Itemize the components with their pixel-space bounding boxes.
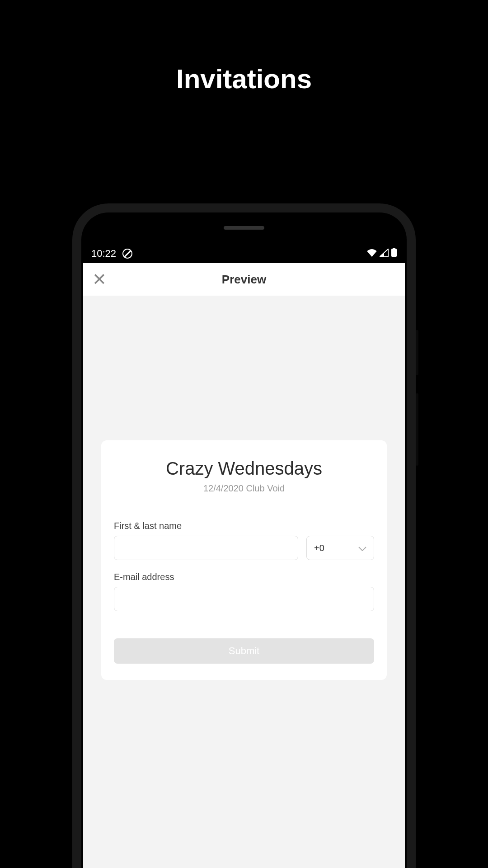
name-label: First & last name [114, 521, 374, 531]
cell-signal-icon [380, 248, 389, 259]
svg-rect-1 [393, 248, 395, 249]
content-area: Crazy Wednesdays 12/4/2020 Club Void Fir… [83, 296, 405, 868]
phone-screen: 10:22 ✕ Preview [83, 244, 405, 868]
name-input[interactable] [114, 536, 298, 560]
phone-side-button [416, 330, 418, 375]
battery-icon [391, 248, 397, 259]
phone-inner: 10:22 ✕ Preview [81, 212, 407, 868]
invitation-card: Crazy Wednesdays 12/4/2020 Club Void Fir… [101, 440, 387, 680]
status-time: 10:22 [91, 248, 116, 259]
page-title: Invitations [0, 0, 488, 94]
do-not-disturb-icon [122, 249, 132, 259]
phone-side-button [416, 393, 418, 466]
status-bar: 10:22 [83, 244, 405, 263]
wifi-icon [367, 248, 377, 259]
phone-speaker [224, 226, 264, 230]
email-input[interactable] [114, 587, 374, 611]
chevron-down-icon [358, 543, 366, 553]
close-icon[interactable]: ✕ [92, 271, 107, 288]
guests-value: +0 [314, 543, 324, 553]
header-title: Preview [83, 273, 405, 287]
guests-select[interactable]: +0 [306, 536, 374, 560]
event-subtitle: 12/4/2020 Club Void [114, 483, 374, 494]
app-header: ✕ Preview [83, 263, 405, 296]
submit-button[interactable]: Submit [114, 638, 374, 664]
phone-frame: 10:22 ✕ Preview [72, 203, 416, 868]
svg-rect-0 [391, 249, 397, 257]
event-title: Crazy Wednesdays [114, 458, 374, 479]
email-label: E-mail address [114, 572, 374, 582]
